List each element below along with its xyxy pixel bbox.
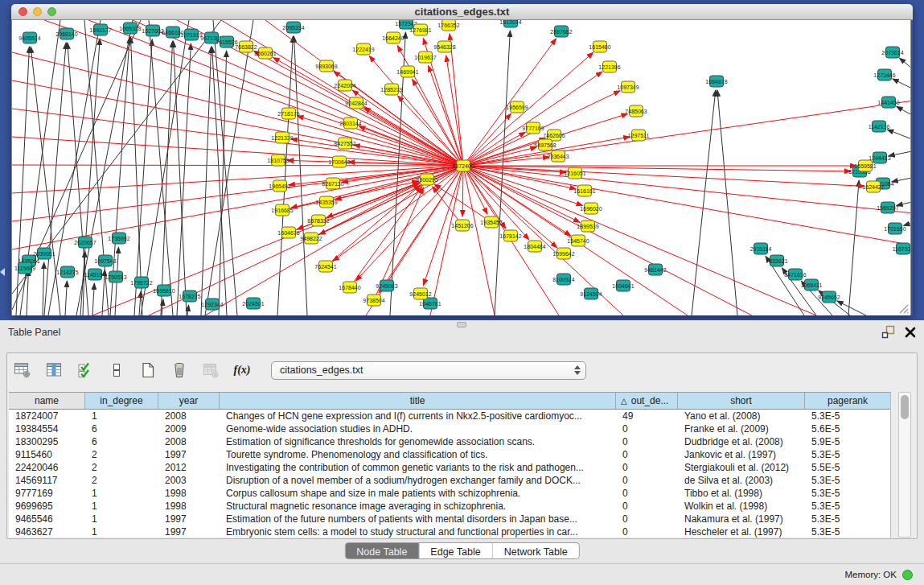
graph-node-label: 1678142 xyxy=(499,233,521,239)
graph-node-label: 1297511 xyxy=(628,133,650,138)
scrollbar-thumb[interactable] xyxy=(901,395,909,419)
table-cell: 9463627 xyxy=(9,525,85,538)
graph-node-label: 6497568 xyxy=(534,142,556,148)
table-type-tabs: Node Table Edge Table Network Table xyxy=(344,542,579,559)
graph-node-label: 1250513 xyxy=(105,274,126,280)
column-header-pagerank[interactable]: pagerank xyxy=(805,393,891,410)
graph-node-label: 2242004 xyxy=(334,83,355,89)
table-mode-button[interactable] xyxy=(12,360,33,381)
sort-ascending-icon: △ xyxy=(621,397,627,406)
graph-node-label: 1695810 xyxy=(153,288,175,294)
table-cell: Embryonic stem cells: a model to study s… xyxy=(220,525,616,538)
table-cell: 6 xyxy=(85,422,158,435)
table-row[interactable]: 969969511998Structural magnetic resonanc… xyxy=(9,500,890,513)
table-cell: 5.9E-5 xyxy=(805,435,891,448)
graph-node-label: 8100524 xyxy=(552,277,574,282)
tab-network-table[interactable]: Network Table xyxy=(492,543,579,558)
table-cell: Investigating the contribution of common… xyxy=(220,461,616,474)
close-panel-icon[interactable] xyxy=(905,327,916,338)
graph-node-label: 8878332 xyxy=(307,218,329,224)
table-cell: 5.3E-5 xyxy=(805,448,891,461)
graph-node-label: 8300295 xyxy=(416,177,437,183)
tab-node-table[interactable]: Node Table xyxy=(345,543,418,558)
table-cell: Franke et al. (2009) xyxy=(678,422,805,435)
graph-node-label: 1435359 xyxy=(315,200,337,205)
column-header-out-degree[interactable]: △ out_de... xyxy=(616,393,678,410)
table-row[interactable]: 977716911998Corpus callosum shape and si… xyxy=(9,487,890,500)
table-row[interactable]: 2242004622012Investigating the contribut… xyxy=(9,461,890,474)
graph-node-label: 9405574 xyxy=(18,35,40,41)
graph-node-label: 1216051 xyxy=(564,171,585,176)
table-cell: Estimation of the future numbers of pati… xyxy=(220,513,616,525)
table-cell: 18724007 xyxy=(9,410,85,422)
graph-node-label: 8267130 xyxy=(322,181,343,187)
graph-node-label: 1527602 xyxy=(142,28,163,34)
table-row[interactable]: 1938455462009Genome-wide association stu… xyxy=(9,422,890,435)
table-cell: 14569117 xyxy=(9,474,85,487)
table-cell: 5.3E-5 xyxy=(805,525,891,538)
graph-node-label: 1935457 xyxy=(480,220,502,225)
tab-edge-table[interactable]: Edge Table xyxy=(418,543,491,558)
table-selector-dropdown[interactable]: citations_edges.txt xyxy=(271,361,586,380)
resize-grip-icon[interactable] xyxy=(897,303,909,314)
graph-node-label: 1559581 xyxy=(854,163,876,169)
column-header-title[interactable]: title xyxy=(220,393,616,410)
column-header-in-degree[interactable]: in_degree xyxy=(85,393,158,410)
select-all-columns-button[interactable] xyxy=(75,360,96,381)
table-cell: 5.3E-5 xyxy=(805,513,891,525)
table-cell: 0 xyxy=(616,487,678,500)
table-cell: 0 xyxy=(616,422,678,435)
dropdown-spinner-icon xyxy=(574,365,581,375)
table-row[interactable]: 946362711997Embryonic stem cells: a mode… xyxy=(9,525,890,538)
table-cell: Hescheler et al. (1997) xyxy=(678,525,805,538)
graph-node-label: 1097548 xyxy=(94,258,116,264)
table-row[interactable]: 911546021997Tourette syndrome. Phenomeno… xyxy=(9,448,890,461)
panel-collapse-arrow-icon[interactable] xyxy=(0,268,5,276)
screenshot-root: citations_edges.txt 94055742069140189313… xyxy=(0,0,924,585)
table-cell: 2 xyxy=(85,474,158,487)
table-vertical-scrollbar[interactable] xyxy=(898,392,911,538)
table-cell: Tibbo et al. (1998) xyxy=(678,487,805,500)
graph-node-label: 1167534 xyxy=(893,246,911,252)
graph-node-label: 2069140 xyxy=(55,31,77,37)
table-cell: Estimation of significance thresholds fo… xyxy=(220,435,616,448)
table-row[interactable]: 1830029562008Estimation of significance … xyxy=(9,435,890,448)
column-header-short[interactable]: short xyxy=(678,393,805,410)
graph-node-label: 8560261 xyxy=(254,51,276,56)
graph-node-label: 1441450 xyxy=(877,100,899,105)
graph-node-label: 1678275 xyxy=(179,294,200,299)
network-window-titlebar[interactable]: citations_edges.txt xyxy=(11,4,913,20)
memory-status-indicator[interactable] xyxy=(902,570,913,580)
citation-network-graph: 9405574206914018931371065328152760264661… xyxy=(12,20,911,315)
function-builder-button[interactable]: f(x) xyxy=(232,360,253,381)
new-column-button[interactable] xyxy=(138,360,158,381)
table-cell: de Silva et al. (2003) xyxy=(678,474,805,487)
column-header-year[interactable]: year xyxy=(158,393,220,410)
graph-node-label: 2020657 xyxy=(74,240,96,245)
table-cell: 0 xyxy=(616,513,678,525)
column-header-name[interactable]: name xyxy=(9,393,85,410)
graph-node-label: 1916685 xyxy=(271,208,293,213)
table-row[interactable]: 1872400712008Changes of HCN gene express… xyxy=(9,410,890,422)
table-cell: 1 xyxy=(85,410,158,422)
table-row[interactable]: 1456911722003Disruption of a novel membe… xyxy=(9,474,890,487)
table-cell: 0 xyxy=(616,461,678,474)
graph-node-label: 1221339 xyxy=(271,135,293,141)
graph-node-label: 1615480 xyxy=(589,44,610,50)
table-cell: 9465546 xyxy=(9,513,85,525)
show-columns-button[interactable] xyxy=(43,360,64,381)
graph-node-label: 2718176 xyxy=(277,111,299,117)
split-pane-grabber[interactable] xyxy=(457,322,466,328)
network-view-canvas[interactable]: 9405574206914018931371065328152760264661… xyxy=(11,20,911,315)
graph-node-label: 9893069 xyxy=(315,64,337,69)
table-cell: 5.3E-5 xyxy=(805,500,891,513)
table-cell: 5.3E-5 xyxy=(805,487,891,500)
graph-node-label: 1766352 xyxy=(437,23,459,28)
table-row[interactable]: 946554611997Estimation of the future num… xyxy=(9,513,890,525)
graph-node-label: 1700648 xyxy=(328,159,350,165)
row-height-button[interactable] xyxy=(106,360,127,381)
float-panel-icon[interactable] xyxy=(881,325,895,339)
graph-node-label: 1545740 xyxy=(567,238,589,244)
delete-column-button[interactable] xyxy=(169,360,190,381)
delete-table-button[interactable] xyxy=(200,360,221,381)
